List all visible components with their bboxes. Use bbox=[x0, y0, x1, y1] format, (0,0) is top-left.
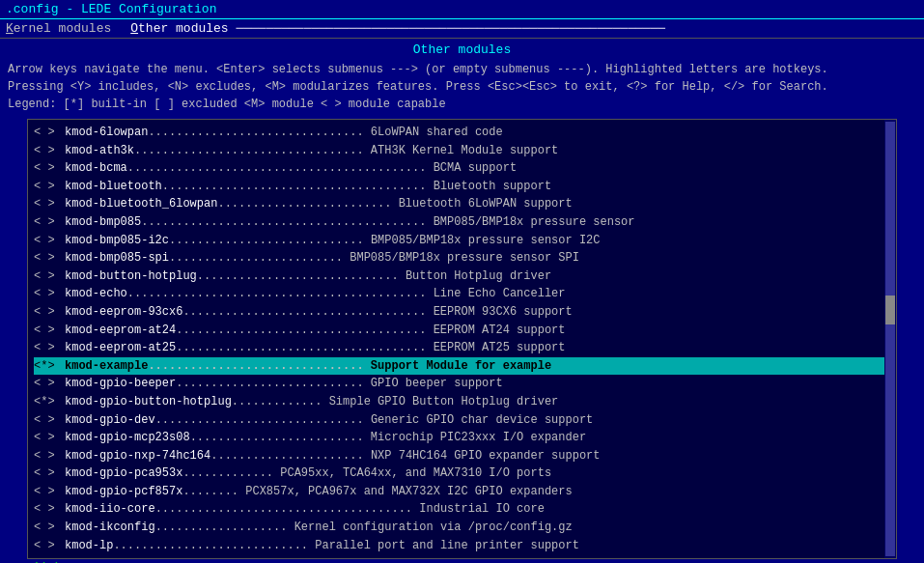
list-item[interactable]: < > kmod-ath3k..........................… bbox=[34, 142, 890, 160]
list-item[interactable]: < > kmod-bmp085.........................… bbox=[34, 213, 890, 232]
desc-text: BMP085/BMP18x pressure sensor SPI bbox=[350, 251, 579, 265]
desc-text: Simple GPIO Button Hotplug driver bbox=[329, 395, 559, 408]
list-item[interactable]: < > kmod-bmp085-spi.....................… bbox=[34, 249, 890, 267]
row-prefix: < > bbox=[34, 178, 63, 196]
desc-text: 6LoWPAN shared code bbox=[371, 126, 503, 139]
scrollbar[interactable] bbox=[884, 120, 896, 558]
row-text: kmod-gpio-pca953x............. PCA95xx, … bbox=[65, 464, 551, 483]
row-text: kmod-gpio-button-hotplug............. Si… bbox=[65, 393, 558, 411]
desc-text: EEPROM AT25 support bbox=[434, 341, 566, 354]
row-prefix: < > bbox=[34, 537, 63, 555]
list-item[interactable]: < > kmod-eeprom-at25....................… bbox=[34, 339, 890, 357]
dots: ............. bbox=[182, 466, 280, 480]
list-item[interactable]: < > kmod-gpio-pca953x............. PCA95… bbox=[34, 464, 890, 483]
list-item[interactable]: < > kmod-iio-core.......................… bbox=[34, 500, 890, 519]
row-text: kmod-eeprom-at25........................… bbox=[65, 339, 566, 357]
kmod-name: kmod-bmp085 bbox=[65, 215, 141, 229]
counter-row: 1(+) bbox=[27, 559, 897, 563]
row-prefix: < > bbox=[34, 124, 63, 142]
dots: ............................ bbox=[113, 539, 315, 552]
list-item[interactable]: < > kmod-bcma...........................… bbox=[34, 159, 890, 178]
module-list[interactable]: < > kmod-6lowpan........................… bbox=[27, 119, 897, 559]
kmod-name: kmod-gpio-mcp23s08 bbox=[65, 431, 190, 444]
kmod-name: kmod-gpio-pcf857x bbox=[65, 485, 182, 498]
help-line-2: Pressing <Y> includes, <N> excludes, <M>… bbox=[8, 78, 916, 96]
main-window: .config - LEDE Configuration Kernel modu… bbox=[0, 0, 924, 563]
list-item[interactable]: < > kmod-bluetooth_6lowpan..............… bbox=[34, 195, 890, 213]
dots: ..................................... bbox=[155, 502, 420, 516]
row-text: kmod-eeprom-at24........................… bbox=[65, 322, 566, 340]
kmod-name: kmod-ath3k bbox=[65, 144, 134, 157]
scrollbar-thumb[interactable] bbox=[885, 296, 895, 324]
row-prefix: <*> bbox=[34, 357, 63, 376]
list-item[interactable]: < > kmod-gpio-pcf857x........ PCX857x, P… bbox=[34, 483, 890, 501]
row-text: kmod-button-hotplug.....................… bbox=[65, 267, 551, 286]
row-prefix: < > bbox=[34, 267, 63, 286]
desc-text: Microchip PIC23xxx I/O expander bbox=[371, 431, 586, 444]
title-bar: .config - LEDE Configuration bbox=[0, 0, 924, 19]
dots: .................................... bbox=[176, 324, 433, 337]
list-item[interactable]: < > kmod-bluetooth......................… bbox=[34, 178, 890, 196]
row-prefix: < > bbox=[34, 159, 63, 178]
list-item[interactable]: < > kmod-gpio-dev.......................… bbox=[34, 411, 890, 430]
list-item[interactable]: < > kmod-6lowpan........................… bbox=[34, 124, 890, 142]
list-item[interactable]: < > kmod-ikconfig................... Ker… bbox=[34, 519, 890, 537]
row-text: kmod-gpio-pcf857x........ PCX857x, PCA96… bbox=[65, 483, 573, 501]
kmod-name: kmod-gpio-dev bbox=[65, 413, 155, 427]
desc-text: Industrial IO core bbox=[419, 502, 545, 516]
desc-text: Bluetooth support bbox=[434, 180, 551, 193]
row-prefix: < > bbox=[34, 213, 63, 232]
kmod-name: kmod-button-hotplug bbox=[65, 269, 197, 283]
dots: ............................... bbox=[148, 359, 370, 373]
kmod-name: kmod-bmp085-i2c bbox=[65, 234, 169, 247]
row-text: kmod-eeprom-93cx6.......................… bbox=[65, 303, 573, 322]
menu-kernel-modules[interactable]: Kernel modules bbox=[6, 21, 111, 36]
list-item[interactable]: < > kmod-button-hotplug.................… bbox=[34, 267, 890, 286]
desc-text: Support Module for example bbox=[371, 359, 551, 373]
row-prefix: < > bbox=[34, 519, 63, 537]
desc-text: PCX857x, PCA967x and MAX732X I2C GPIO ex… bbox=[245, 485, 572, 498]
list-item[interactable]: < > kmod-gpio-mcp23s08..................… bbox=[34, 429, 890, 447]
desc-text: Bluetooth 6LoWPAN support bbox=[399, 197, 573, 211]
kmod-name: kmod-bcma bbox=[65, 161, 127, 175]
dots: ............................. bbox=[197, 269, 406, 283]
list-inner: < > kmod-6lowpan........................… bbox=[28, 120, 896, 558]
scrollbar-track[interactable] bbox=[885, 122, 895, 556]
list-item[interactable]: < > kmod-bmp085-i2c.....................… bbox=[34, 232, 890, 250]
row-text: kmod-bmp085-spi.........................… bbox=[65, 249, 579, 267]
row-prefix: < > bbox=[34, 375, 63, 393]
dots: ............. bbox=[232, 395, 329, 408]
content-area: Other modules Arrow keys navigate the me… bbox=[0, 39, 924, 563]
row-prefix: < > bbox=[34, 232, 63, 250]
kmod-name: kmod-example bbox=[65, 359, 148, 373]
kmod-name: kmod-bmp085-spi bbox=[65, 251, 169, 265]
kmod-name: kmod-lp bbox=[65, 539, 113, 552]
list-item[interactable]: < > kmod-gpio-beeper....................… bbox=[34, 375, 890, 393]
list-item[interactable]: <*> kmod-gpio-button-hotplug............… bbox=[34, 393, 890, 411]
list-item[interactable]: < > kmod-eeprom-at24....................… bbox=[34, 322, 890, 340]
dots: ........ bbox=[182, 485, 245, 498]
list-item[interactable]: < > kmod-gpio-nxp-74hc164...............… bbox=[34, 447, 890, 465]
kmod-name: kmod-6lowpan bbox=[65, 126, 148, 139]
kmod-name: kmod-iio-core bbox=[65, 502, 155, 516]
desc-text: GPIO beeper support bbox=[371, 377, 503, 390]
dots: ......................... bbox=[169, 251, 350, 265]
row-text: kmod-ath3k..............................… bbox=[65, 142, 558, 160]
list-item[interactable]: < > kmod-lp............................ … bbox=[34, 537, 890, 555]
desc-text: Generic GPIO char device support bbox=[371, 413, 593, 427]
list-item[interactable]: < > kmod-eeprom-93cx6...................… bbox=[34, 303, 890, 322]
desc-text: BMP085/BMP18x pressure sensor bbox=[434, 215, 635, 229]
dots: .............................. bbox=[155, 413, 371, 427]
kmod-name: kmod-eeprom-93cx6 bbox=[65, 305, 182, 319]
dots: ......................... bbox=[217, 197, 398, 211]
dots: ................... bbox=[155, 521, 294, 534]
dots: ......................... bbox=[190, 431, 371, 444]
dots: ................................... bbox=[182, 305, 433, 319]
desc-text: Button Hotplug driver bbox=[406, 269, 551, 283]
menu-other-modules[interactable]: Other modules ──────────────────────────… bbox=[130, 21, 665, 36]
dots: ........................................… bbox=[127, 161, 434, 175]
list-item[interactable]: < > kmod-echo...........................… bbox=[34, 285, 890, 303]
list-item[interactable]: <*> kmod-example........................… bbox=[34, 357, 890, 376]
row-prefix: < > bbox=[34, 429, 63, 447]
dots: ........................... bbox=[176, 377, 371, 390]
